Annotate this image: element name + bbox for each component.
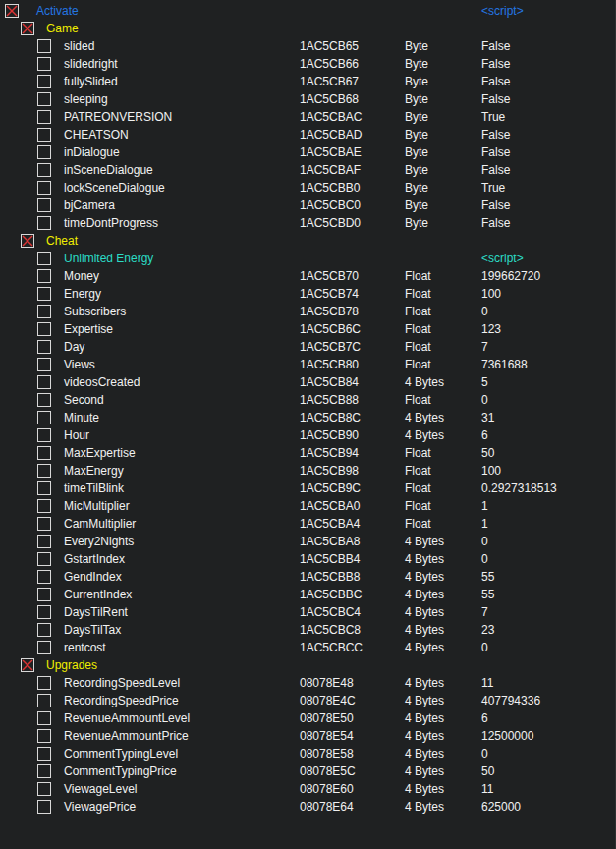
entry-checkbox[interactable] bbox=[37, 163, 51, 177]
entry-row[interactable]: CommentTypingLevel08078E584 Bytes0 bbox=[0, 745, 615, 763]
entry-description[interactable]: DaysTilTax bbox=[64, 621, 121, 639]
entry-checkbox[interactable] bbox=[37, 393, 51, 407]
entry-description[interactable]: Day bbox=[64, 338, 84, 356]
entry-description[interactable]: RevenueAmmountLevel bbox=[64, 709, 190, 727]
entry-description[interactable]: GendIndex bbox=[64, 568, 122, 586]
entry-row[interactable]: Every2Nights1AC5CBA84 Bytes0 bbox=[0, 533, 615, 550]
entry-value[interactable]: 407794336 bbox=[481, 692, 540, 709]
entry-description[interactable]: PATREONVERSION bbox=[64, 108, 172, 126]
entry-value[interactable]: False bbox=[481, 73, 510, 90]
entry-row[interactable]: inSceneDialogue1AC5CBAFByteFalse bbox=[0, 161, 615, 179]
entry-row[interactable]: DaysTilRent1AC5CBC44 Bytes7 bbox=[0, 603, 615, 621]
entry-checkbox[interactable] bbox=[37, 711, 51, 725]
entry-row[interactable]: GstartIndex1AC5CBB44 Bytes0 bbox=[0, 550, 615, 568]
entry-description[interactable]: Cheat bbox=[46, 232, 78, 250]
entry-checkbox[interactable] bbox=[21, 234, 34, 248]
entry-value[interactable]: 7361688 bbox=[481, 356, 528, 373]
entry-value[interactable]: False bbox=[481, 143, 510, 161]
entry-description[interactable]: inDialogue bbox=[64, 143, 120, 161]
entry-description[interactable]: GstartIndex bbox=[64, 550, 125, 568]
entry-description[interactable]: CurrentIndex bbox=[64, 586, 132, 603]
entry-row[interactable]: sleeping1AC5CB68ByteFalse bbox=[0, 90, 615, 108]
entry-value[interactable]: 123 bbox=[481, 320, 501, 338]
entry-row[interactable]: CommentTypingPrice08078E5C4 Bytes50 bbox=[0, 763, 615, 780]
entry-row[interactable]: Energy1AC5CB74Float100 bbox=[0, 285, 615, 303]
entry-checkbox[interactable] bbox=[37, 729, 51, 743]
entry-row[interactable]: RevenueAmmountPrice08078E544 Bytes125000… bbox=[0, 727, 615, 745]
entry-checkbox[interactable] bbox=[37, 499, 51, 513]
entry-description[interactable]: rentcost bbox=[64, 639, 106, 656]
entry-checkbox[interactable] bbox=[37, 641, 51, 654]
entry-row[interactable]: fullySlided1AC5CB67ByteFalse bbox=[0, 73, 615, 90]
entry-value[interactable]: False bbox=[481, 37, 510, 55]
entry-value[interactable]: 0 bbox=[481, 745, 488, 763]
entry-value[interactable]: <script> bbox=[481, 250, 524, 267]
entry-value[interactable]: 100 bbox=[481, 462, 501, 480]
entry-description[interactable]: RecordingSpeedLevel bbox=[64, 674, 180, 692]
entry-value[interactable]: 7 bbox=[481, 338, 488, 356]
entry-row[interactable]: PATREONVERSION1AC5CBACByteTrue bbox=[0, 108, 615, 126]
entry-checkbox[interactable] bbox=[37, 269, 51, 283]
entry-row[interactable]: Expertise1AC5CB6CFloat123 bbox=[0, 320, 615, 338]
entry-value[interactable]: 50 bbox=[481, 763, 494, 780]
entry-row[interactable]: slided1AC5CB65ByteFalse bbox=[0, 37, 615, 55]
entry-value[interactable]: 7 bbox=[481, 603, 488, 621]
entry-value[interactable]: False bbox=[481, 55, 510, 73]
entry-description[interactable]: RecordingSpeedPrice bbox=[64, 692, 179, 709]
entry-description[interactable]: timeDontProgress bbox=[64, 214, 158, 232]
entry-checkbox[interactable] bbox=[37, 535, 51, 548]
entry-row[interactable]: Second1AC5CB88Float0 bbox=[0, 391, 615, 409]
entry-value[interactable]: 31 bbox=[481, 409, 494, 426]
entry-value[interactable]: False bbox=[481, 214, 510, 232]
entry-row[interactable]: CurrentIndex1AC5CBBC4 Bytes55 bbox=[0, 586, 615, 603]
entry-description[interactable]: sleeping bbox=[64, 90, 108, 108]
entry-row[interactable]: MaxExpertise1AC5CB94Float50 bbox=[0, 444, 615, 462]
entry-checkbox[interactable] bbox=[37, 198, 51, 212]
entry-row[interactable]: timeDontProgress1AC5CBD0ByteFalse bbox=[0, 214, 615, 232]
entry-value[interactable]: True bbox=[481, 179, 505, 197]
entry-row[interactable]: ViewagePrice08078E644 Bytes625000 bbox=[0, 798, 615, 816]
entry-description[interactable]: Activate bbox=[36, 2, 79, 20]
entry-value[interactable]: True bbox=[481, 108, 505, 126]
entry-value[interactable]: 6 bbox=[481, 426, 488, 444]
entry-description[interactable]: timeTilBlink bbox=[64, 480, 124, 497]
entry-row[interactable]: inDialogue1AC5CBAEByteFalse bbox=[0, 143, 615, 161]
entry-checkbox[interactable] bbox=[37, 694, 51, 708]
entry-checkbox[interactable] bbox=[37, 145, 51, 159]
entry-description[interactable]: Hour bbox=[64, 426, 89, 444]
entry-description[interactable]: Money bbox=[64, 267, 99, 285]
entry-checkbox[interactable] bbox=[37, 57, 51, 71]
entry-row[interactable]: Hour1AC5CB904 Bytes6 bbox=[0, 426, 615, 444]
entry-row[interactable]: Money1AC5CB70Float199662720 bbox=[0, 267, 615, 285]
entry-row[interactable]: RecordingSpeedLevel08078E484 Bytes11 bbox=[0, 674, 615, 692]
entry-description[interactable]: ViewageLevel bbox=[64, 780, 138, 798]
entry-checkbox[interactable] bbox=[37, 623, 51, 637]
entry-value[interactable]: 5 bbox=[481, 373, 488, 391]
entry-value[interactable]: 0 bbox=[481, 550, 488, 568]
entry-value[interactable]: 6 bbox=[481, 709, 488, 727]
entry-checkbox[interactable] bbox=[37, 764, 51, 778]
entry-value[interactable]: 23 bbox=[481, 621, 494, 639]
entry-checkbox[interactable] bbox=[37, 92, 51, 106]
entry-checkbox[interactable] bbox=[37, 428, 51, 442]
entry-row[interactable]: GendIndex1AC5CBB84 Bytes55 bbox=[0, 568, 615, 586]
entry-checkbox[interactable] bbox=[37, 358, 51, 371]
entry-value[interactable]: <script> bbox=[481, 2, 524, 20]
entry-value[interactable]: False bbox=[481, 126, 510, 143]
entry-description[interactable]: MaxEnergy bbox=[64, 462, 124, 480]
entry-description[interactable]: Second bbox=[64, 391, 104, 409]
entry-description[interactable]: CommentTypingPrice bbox=[64, 763, 177, 780]
entry-description[interactable]: CamMultiplier bbox=[64, 515, 136, 533]
entry-checkbox[interactable] bbox=[37, 252, 51, 265]
entry-checkbox[interactable] bbox=[37, 605, 51, 619]
entry-description[interactable]: Expertise bbox=[64, 320, 113, 338]
entry-checkbox[interactable] bbox=[37, 676, 51, 690]
entry-description[interactable]: Every2Nights bbox=[64, 533, 134, 550]
entry-checkbox[interactable] bbox=[37, 464, 51, 478]
group-row[interactable]: Upgrades bbox=[0, 656, 615, 674]
entry-checkbox[interactable] bbox=[37, 517, 51, 531]
entry-checkbox[interactable] bbox=[37, 181, 51, 195]
entry-value[interactable]: False bbox=[481, 90, 510, 108]
entry-description[interactable]: CommentTypingLevel bbox=[64, 745, 178, 763]
entry-checkbox[interactable] bbox=[37, 216, 51, 230]
